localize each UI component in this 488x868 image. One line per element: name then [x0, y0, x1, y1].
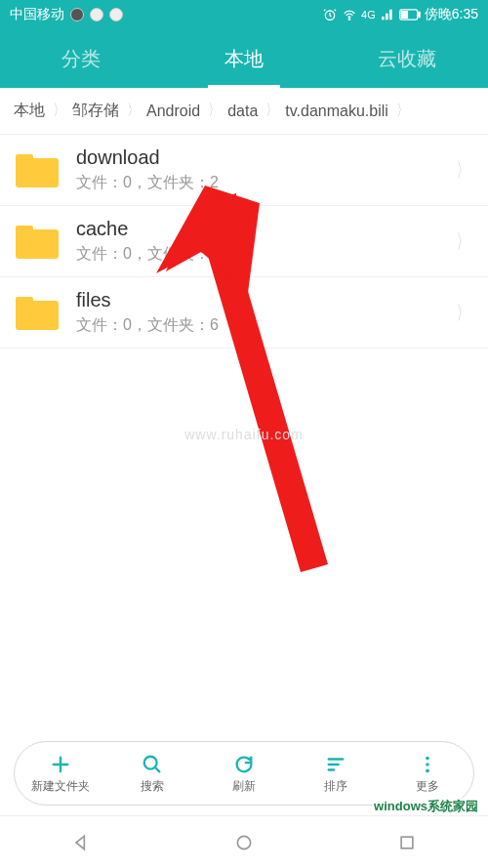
folder-info: 文件：0，文件夹：6: [76, 315, 453, 336]
chevron-right-icon: 〉: [54, 101, 63, 121]
tool-label: 新建文件夹: [31, 778, 90, 795]
wifi-icon: [342, 7, 357, 22]
chevron-right-icon: 〉: [397, 101, 407, 121]
chevron-right-icon: 〉: [266, 101, 276, 121]
signal-icon: [380, 7, 395, 22]
folder-row[interactable]: cache 文件：0，文件夹：4 〉: [0, 206, 488, 277]
network-label: 4G: [361, 9, 376, 21]
svg-point-12: [237, 836, 250, 848]
crumb[interactable]: tv.danmaku.bili: [279, 103, 394, 120]
crumb[interactable]: data: [222, 103, 264, 120]
status-dot-icon: [70, 8, 84, 21]
more-button[interactable]: 更多: [382, 742, 473, 805]
svg-rect-13: [401, 837, 413, 848]
chevron-right-icon: 〉: [209, 101, 219, 121]
nav-recent-button[interactable]: [378, 827, 436, 858]
tab-local[interactable]: 本地: [163, 29, 326, 88]
folder-name: files: [76, 289, 453, 311]
alarm-icon: [322, 7, 338, 22]
chevron-right-icon: 〉: [457, 228, 468, 255]
tab-cloud[interactable]: 云收藏: [325, 29, 488, 88]
status-bar: 中国移动 4G 傍晚6:35: [0, 0, 488, 29]
svg-point-1: [348, 19, 349, 20]
nav-home-button[interactable]: [215, 827, 273, 858]
sort-icon: [324, 753, 347, 776]
folder-name: cache: [76, 218, 453, 240]
system-nav: [0, 815, 488, 868]
tool-label: 刷新: [232, 778, 256, 795]
svg-point-11: [426, 768, 429, 772]
carrier-label: 中国移动: [10, 6, 64, 23]
folder-icon: [16, 224, 59, 259]
time-label: 傍晚6:35: [425, 6, 478, 23]
folder-info: 文件：0，文件夹：2: [76, 173, 453, 193]
folder-icon: [16, 152, 59, 187]
folder-row[interactable]: files 文件：0，文件夹：6 〉: [0, 277, 488, 349]
crumb[interactable]: 邹存储: [66, 101, 125, 121]
tab-category[interactable]: 分类: [0, 29, 163, 88]
bottom-toolbar: 新建文件夹 搜索 刷新 排序 更多: [14, 741, 474, 806]
search-button[interactable]: 搜索: [106, 742, 198, 805]
tool-label: 搜索: [141, 778, 164, 795]
plus-icon: [49, 753, 72, 776]
folder-icon: [16, 295, 59, 330]
chevron-right-icon: 〉: [128, 101, 138, 121]
folder-info: 文件：0，文件夹：4: [76, 244, 453, 265]
folder-list: download 文件：0，文件夹：2 〉 cache 文件：0，文件夹：4 〉…: [0, 135, 488, 349]
refresh-button[interactable]: 刷新: [198, 742, 290, 805]
status-dot-icon: [109, 8, 123, 21]
tool-label: 更多: [416, 778, 439, 795]
folder-row[interactable]: download 文件：0，文件夹：2 〉: [0, 135, 488, 206]
crumb[interactable]: 本地: [8, 101, 51, 121]
refresh-icon: [232, 753, 256, 776]
nav-back-button[interactable]: [52, 827, 110, 858]
svg-point-9: [426, 756, 429, 760]
breadcrumb[interactable]: 本地〉 邹存储〉 Android〉 data〉 tv.danmaku.bili〉: [0, 88, 488, 135]
new-folder-button[interactable]: 新建文件夹: [15, 742, 106, 805]
folder-name: download: [76, 146, 453, 169]
watermark: www.ruhaifu.com: [184, 427, 304, 442]
status-dot-icon: [90, 8, 103, 21]
top-tabs: 分类 本地 云收藏: [0, 29, 488, 88]
svg-rect-3: [418, 12, 420, 17]
tool-label: 排序: [324, 778, 347, 795]
svg-point-10: [426, 763, 429, 766]
battery-icon: [399, 9, 421, 21]
search-icon: [141, 753, 164, 776]
chevron-right-icon: 〉: [457, 300, 468, 326]
watermark: windows系统家园: [372, 798, 480, 815]
crumb[interactable]: Android: [141, 103, 206, 120]
chevron-right-icon: 〉: [457, 157, 468, 184]
sort-button[interactable]: 排序: [290, 742, 382, 805]
more-icon: [416, 753, 439, 776]
svg-rect-4: [401, 12, 407, 19]
